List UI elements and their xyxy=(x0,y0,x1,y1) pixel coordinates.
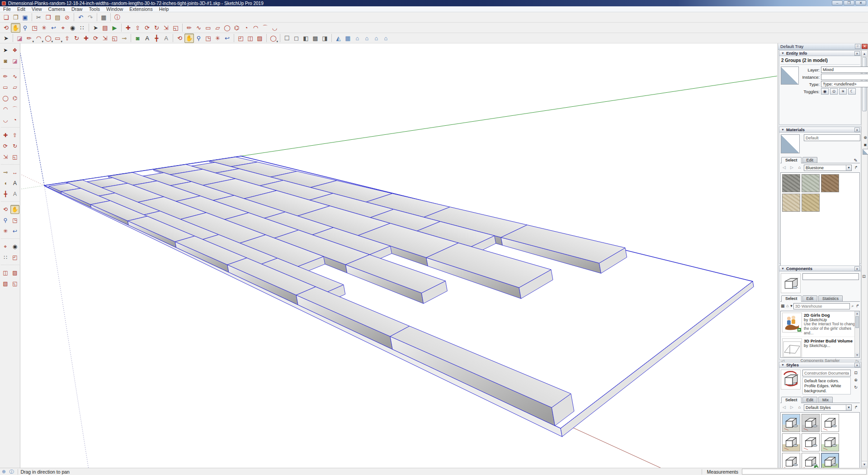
follow-me-tool[interactable]: ↻ xyxy=(152,23,161,33)
position-camera-tool[interactable]: ⌖ xyxy=(1,242,10,251)
push-pull-tool[interactable]: ⇧ xyxy=(62,33,72,43)
material-swatch-stone-tan[interactable] xyxy=(782,194,800,212)
chevron-down-icon[interactable]: ▼ xyxy=(846,165,851,171)
section-plane-tool[interactable]: ◰ xyxy=(236,33,245,43)
details-arrow-icon[interactable]: ↱ xyxy=(855,303,859,309)
undo-button[interactable]: ↶ xyxy=(76,13,85,22)
arc-tool[interactable]: ◠ xyxy=(1,104,10,114)
style-name-field[interactable] xyxy=(802,370,851,376)
style-thumb-4[interactable] xyxy=(782,433,800,451)
scale-tool[interactable]: ⇲ xyxy=(161,23,171,33)
scroll-up-icon[interactable]: ▲ xyxy=(855,311,859,316)
material-swatch-stone-gray[interactable] xyxy=(782,174,800,192)
tab-edit[interactable]: Edit xyxy=(802,295,818,301)
back-arrow-icon[interactable]: ◁ xyxy=(781,165,788,171)
look-around-tool[interactable]: ◉ xyxy=(68,23,77,33)
menu-edit[interactable]: Edit xyxy=(14,6,28,12)
collapse-icon[interactable]: ▼ xyxy=(781,267,784,270)
erase-button[interactable]: ⊘ xyxy=(62,13,72,22)
style-thumb-3[interactable] xyxy=(821,414,839,432)
orbit-tool[interactable]: ⟲ xyxy=(1,23,11,33)
section-plane-tool[interactable]: ◰ xyxy=(10,253,19,262)
collapse-icon[interactable]: ▼ xyxy=(781,52,784,55)
styles-header[interactable]: ▼ Styles ✕ xyxy=(779,362,861,368)
rectangle-tool[interactable]: ▭▾ xyxy=(53,33,62,43)
rotated-rectangle-tool[interactable]: ▱ xyxy=(213,23,222,33)
pan-tool[interactable]: ✋ xyxy=(11,23,20,33)
details-arrow-icon[interactable]: ↱ xyxy=(853,404,859,411)
menu-help[interactable]: Help xyxy=(156,6,172,12)
collapse-icon[interactable]: ▼ xyxy=(781,363,784,366)
material-swatch-stone-brown[interactable] xyxy=(821,174,839,192)
tape-measure-tool[interactable]: ⊸ xyxy=(119,33,129,43)
styles-close-button[interactable]: ✕ xyxy=(854,363,860,367)
walk-tool[interactable]: ∷ xyxy=(77,23,87,33)
menu-camera[interactable]: Camera xyxy=(45,6,68,12)
eraser-tool[interactable]: ◪ xyxy=(10,57,19,66)
select-tool[interactable]: ➤ xyxy=(1,33,11,43)
zoom-tool[interactable]: ⚲ xyxy=(1,216,10,225)
menu-extensions[interactable]: Extensions xyxy=(126,6,156,12)
component-list-item[interactable]: 3D Printer Build Volumeby SketchUp... xyxy=(781,337,859,358)
walk-tool[interactable]: ∷ xyxy=(1,253,10,262)
view-back-button[interactable]: ⌂ xyxy=(372,33,381,43)
rotate-tool[interactable]: ⟳ xyxy=(1,142,10,151)
home-icon[interactable]: ⌂ xyxy=(796,165,803,171)
entity-info-button[interactable]: ▤ xyxy=(100,23,110,33)
make-component-tool[interactable]: ❖ xyxy=(10,46,19,55)
arc-tool[interactable]: ◠ xyxy=(251,23,260,33)
home-icon[interactable]: ⌂ xyxy=(796,404,803,411)
back-arrow-icon[interactable]: ◁ xyxy=(781,404,788,411)
three-point-arc-tool[interactable]: ◡ xyxy=(270,23,279,33)
material-swatch-stone-pale[interactable] xyxy=(802,174,820,192)
rectangle-tool[interactable]: ▭ xyxy=(1,83,10,92)
chevron-down-icon[interactable]: ▾ xyxy=(276,40,278,43)
line-tool[interactable]: ✏ xyxy=(184,23,194,33)
new-button[interactable]: ❏ xyxy=(1,13,11,22)
rotate-tool[interactable]: ⟳ xyxy=(142,23,152,33)
zoom-window-tool[interactable]: ◳ xyxy=(30,23,39,33)
select-tool[interactable]: ➤ xyxy=(1,46,10,55)
push-pull-tool[interactable]: ⇧ xyxy=(10,131,19,140)
pie-tool[interactable]: ◔ xyxy=(10,115,19,124)
zoom-window-tool[interactable]: ◳ xyxy=(10,216,19,225)
three-point-arc-tool[interactable]: ◡ xyxy=(1,115,10,124)
redo-button[interactable]: ↷ xyxy=(85,13,95,22)
entity-info-close-button[interactable]: ✕ xyxy=(854,51,860,56)
rotate-tool[interactable]: ⟳ xyxy=(91,33,100,43)
tab-edit[interactable]: Edit xyxy=(802,157,818,163)
text-tool[interactable]: A xyxy=(10,179,19,188)
help-icon[interactable]: ⓘ xyxy=(9,469,14,475)
view-right-button[interactable]: ⌂ xyxy=(362,33,372,43)
move-tool[interactable]: ✚ xyxy=(1,131,10,140)
polygon-tool[interactable]: ⌬ xyxy=(232,23,241,33)
menu-window[interactable]: Window xyxy=(103,6,126,12)
section-outline-button[interactable]: ◱ xyxy=(10,279,19,288)
lock-toggle[interactable]: ⊙ xyxy=(830,88,838,95)
minimize-button[interactable]: – xyxy=(832,0,843,5)
paint-bucket-tool[interactable]: ◙ xyxy=(133,33,142,43)
freehand-tool[interactable]: ∿ xyxy=(194,23,203,33)
rectangle-tool[interactable]: ▭ xyxy=(203,23,213,33)
zoom-extents-tool[interactable]: ✳ xyxy=(39,23,49,33)
tray-scrollbar[interactable]: ▲ ▼ xyxy=(861,50,868,467)
menu-file[interactable]: File xyxy=(0,6,14,12)
3d-text-tool[interactable]: A xyxy=(10,190,19,199)
model-info-button[interactable]: ⓘ xyxy=(113,13,122,22)
axes-tool[interactable]: ╋ xyxy=(152,33,161,43)
material-swatch-stone-sand[interactable] xyxy=(802,194,820,212)
eyedropper-icon[interactable]: ✎ xyxy=(854,158,859,163)
style-builder-button[interactable]: ⊡ xyxy=(853,370,859,375)
materials-close-button[interactable]: ✕ xyxy=(854,128,860,132)
orbit-tool[interactable]: ⟲ xyxy=(1,205,10,214)
zoom-extents-tool[interactable]: ✳ xyxy=(1,227,10,236)
style-thumb-5[interactable] xyxy=(802,433,820,451)
model-viewport[interactable] xyxy=(20,43,778,468)
follow-me-tool[interactable]: ↻ xyxy=(72,33,81,43)
style-thumb-2[interactable] xyxy=(802,414,820,432)
interact-tool[interactable]: ▶ xyxy=(110,23,119,33)
tab-select[interactable]: Select xyxy=(781,157,802,163)
type-dropdown[interactable]: Type: <undefined> ▼ xyxy=(821,81,868,87)
protractor-tool[interactable]: ◖ xyxy=(1,179,10,188)
circle-tool[interactable]: ◯▾ xyxy=(269,33,278,43)
